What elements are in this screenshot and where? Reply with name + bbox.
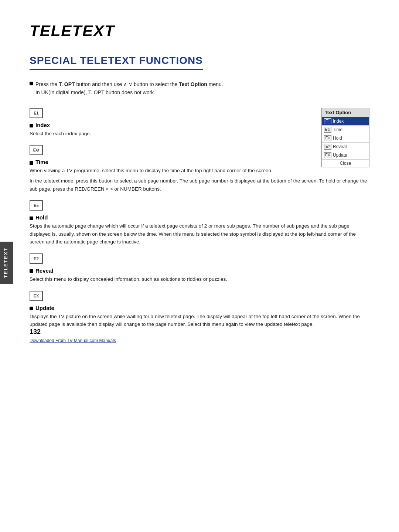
panel-label-reveal: Reveal — [333, 144, 347, 149]
func-title-update: Update — [35, 305, 54, 311]
main-title: TELETEXT — [30, 22, 369, 40]
func-desc-time-1: When viewing a TV programme, select this… — [30, 167, 369, 175]
footer-link[interactable]: Downloaded From TV-Manual.com Manuals — [30, 338, 116, 343]
side-tab-label: TELETEXT — [3, 248, 8, 278]
func-desc-index: Select the each index page. — [30, 130, 369, 138]
update-icon-box: EX — [30, 291, 43, 301]
panel-icon-reveal: E? — [324, 144, 331, 150]
panel-icon-update: EX — [324, 152, 331, 158]
func-title-hold: Hold — [35, 214, 48, 221]
func-section-index: E1 Index Select the each index page. — [30, 108, 369, 138]
panel-icon-time: E⊙ — [324, 127, 331, 133]
panel-item-index[interactable]: E1 Index — [322, 117, 369, 126]
index-icon-box: E1 — [30, 108, 43, 118]
footer-divider — [30, 325, 369, 325]
panel-label-hold: Hold — [333, 136, 342, 141]
func-header-hold: Hold — [30, 214, 369, 221]
panel-header: Text Option — [322, 108, 369, 117]
side-tab: TELETEXT — [0, 242, 13, 284]
func-bullet-update — [30, 307, 33, 310]
panel-item-update[interactable]: EX Update — [322, 151, 369, 160]
page-number: 132 — [30, 328, 369, 336]
func-desc-time-2: In the teletext mode, press this button … — [30, 177, 369, 193]
func-bullet-reveal — [30, 269, 33, 273]
panel-item-reveal[interactable]: E? Reveal — [322, 143, 369, 151]
func-header-time: Time — [30, 159, 369, 165]
func-section-reveal: E? Reveal Select this menu to display co… — [30, 253, 369, 283]
bullet-icon — [30, 82, 33, 85]
func-bullet-hold — [30, 216, 33, 220]
func-desc-reveal: Select this menu to display concealed in… — [30, 275, 369, 283]
panel-icon-hold: E≡ — [324, 135, 331, 141]
intro-line1: Press the T. OPT button and then use ∧ ∨… — [35, 80, 223, 88]
time-icon-box: E⊙ — [30, 145, 43, 155]
func-section-update: EX Update Displays the TV picture on the… — [30, 291, 369, 328]
func-section-hold: E≡ Hold Stops the automatic page change … — [30, 200, 369, 246]
panel-icon-index: E1 — [324, 118, 331, 124]
func-desc-hold: Stops the automatic page change which wi… — [30, 222, 369, 246]
panel-label-index: Index — [333, 119, 344, 124]
hold-icon-box: E≡ — [30, 200, 43, 211]
func-title-index: Index — [35, 122, 50, 128]
func-bullet-time — [30, 161, 33, 165]
panel-item-hold[interactable]: E≡ Hold — [322, 134, 369, 143]
func-header-reveal: Reveal — [30, 267, 369, 274]
intro-line2: In UK(In digital mode), T. OPT button do… — [35, 88, 369, 96]
section-title: SPECIAL TELETEXT FUNCTIONS — [30, 55, 369, 80]
func-title-time: Time — [35, 159, 48, 165]
panel-close-button[interactable]: Close — [322, 160, 369, 167]
text-option-panel: Text Option E1 Index E⊙ Time E≡ Hold E? … — [321, 108, 369, 167]
reveal-icon-box: E? — [30, 253, 43, 264]
func-title-reveal: Reveal — [35, 267, 53, 274]
func-bullet-index — [30, 124, 33, 127]
func-header-update: Update — [30, 305, 369, 311]
panel-close-label: Close — [340, 161, 351, 166]
intro-block: Press the T. OPT button and then use ∧ ∨… — [30, 80, 369, 97]
panel-label-time: Time — [333, 127, 342, 132]
func-section-time: E⊙ Time When viewing a TV programme, sel… — [30, 145, 369, 193]
func-header-index: Index — [30, 122, 369, 128]
footer: 132 Downloaded From TV-Manual.com Manual… — [30, 325, 369, 343]
main-content: E1 Index Select the each index page. E⊙ … — [30, 108, 369, 336]
panel-label-update: Update — [333, 153, 347, 158]
panel-item-time[interactable]: E⊙ Time — [322, 126, 369, 134]
